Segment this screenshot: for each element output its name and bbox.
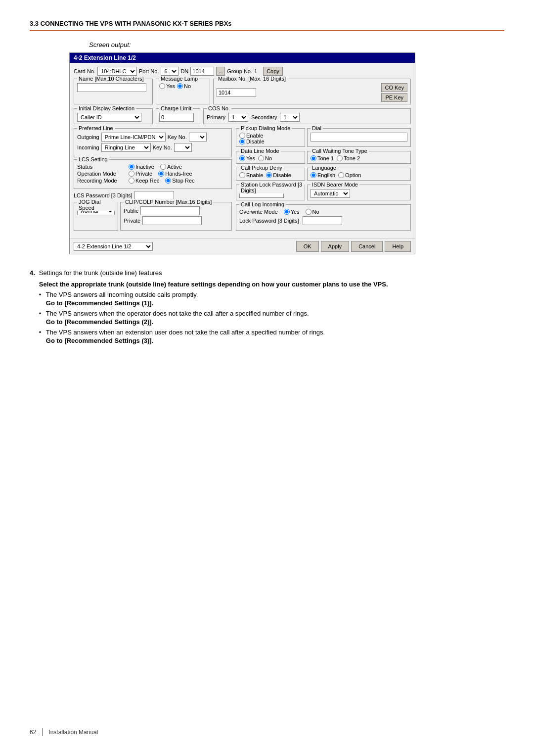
recording-mode-label: Recording Mode <box>77 178 127 184</box>
pickup-enable-radio[interactable]: Enable <box>239 133 302 139</box>
step4-number: 4. <box>30 269 35 347</box>
english-radio[interactable]: English <box>311 172 335 178</box>
outgoing-label: Outgoing <box>77 134 99 140</box>
pickup-dial-row: Pickup Dialing Mode Enable Disable <box>236 128 411 149</box>
isdn-bearer-select[interactable]: Automatic <box>311 189 350 198</box>
ok-button[interactable]: OK <box>296 241 319 252</box>
left-column: Preferred Line Outgoing Prime Line-ICM/P… <box>74 128 232 235</box>
data-no-radio[interactable]: No <box>258 155 272 161</box>
dial-title: Dial <box>311 125 323 131</box>
key-no1-select[interactable] <box>189 133 207 142</box>
charge-limit-title: Charge Limit <box>159 105 193 111</box>
keep-rec-radio[interactable]: Keep Rec <box>129 178 159 184</box>
co-key-button[interactable]: CO Key <box>381 83 407 92</box>
page-number: 62 <box>30 729 36 736</box>
bullet-1: The VPS answers all incoming outside cal… <box>39 291 388 307</box>
key-no2-select[interactable] <box>174 143 192 152</box>
pickup-disable-radio[interactable]: Disable <box>239 139 302 144</box>
op-mode-label: Operation Mode <box>77 171 127 177</box>
active-radio[interactable]: Active <box>160 164 182 170</box>
footer-dropdown[interactable]: 4-2 Extension Line 1/2 <box>74 242 153 251</box>
incoming-label: Incoming <box>77 144 99 150</box>
tone2-radio[interactable]: Tone 2 <box>337 155 360 161</box>
incoming-select[interactable]: Ringing Line <box>101 143 151 152</box>
private-radio[interactable]: Private <box>129 171 152 177</box>
name-input[interactable] <box>77 83 146 92</box>
data-call-waiting-row: Data Line Mode Yes No <box>236 151 411 166</box>
name-group: Name [Max.10 Characters] <box>74 79 153 104</box>
initial-display-title: Initial Display Selection <box>77 105 136 111</box>
public-label: Public <box>124 208 138 214</box>
data-yes-radio[interactable]: Yes <box>239 155 255 161</box>
secondary-select[interactable]: 1 <box>280 113 300 122</box>
card-no-label: Card No. <box>74 68 95 74</box>
outgoing-select[interactable]: Prime Line-ICM/PDN <box>101 133 166 142</box>
data-line-title: Data Line Mode <box>239 148 281 154</box>
msg-lamp-title: Message Lamp <box>159 76 199 82</box>
group-no-label: Group No. <box>227 68 252 74</box>
bullet-2: The VPS answers when the operator does n… <box>39 310 388 326</box>
pickup-language-row: Call Pickup Deny Enable Disable <box>236 168 411 183</box>
cp-enable-radio[interactable]: Enable <box>239 172 263 178</box>
option-radio[interactable]: Option <box>338 172 361 178</box>
call-log-group: Call Log Incoming Overwrite Mode Yes No <box>236 204 411 231</box>
inactive-radio[interactable]: Inactive <box>129 164 154 170</box>
bullet-1-text: The VPS answers all incoming outside cal… <box>46 291 198 298</box>
dn-input[interactable] <box>190 67 214 76</box>
language-group: Language English Option <box>307 168 411 181</box>
primary-select[interactable]: 1 <box>228 113 248 122</box>
caller-id-select[interactable]: Caller ID <box>77 113 141 122</box>
section-heading: 3.3 CONNECTING THE VPS WITH PANASONIC KX… <box>30 20 504 31</box>
station-lock-group: Station Lock Password [3 Digits] <box>236 185 305 200</box>
step4-bold: Select the appropriate trunk (outside li… <box>39 281 388 288</box>
hands-free-radio[interactable]: Hands-free <box>158 171 192 177</box>
card-no-select[interactable]: 104:DHLC <box>97 67 137 76</box>
dial-input[interactable] <box>311 133 407 142</box>
pe-key-button[interactable]: PE Key <box>381 93 407 102</box>
help-button[interactable]: Help <box>385 241 411 252</box>
stop-rec-radio[interactable]: Stop Rec <box>165 178 194 184</box>
jog-dial-title: JOG Dial Speed <box>77 199 118 211</box>
private-clip-label: Private <box>124 218 140 224</box>
charge-limit-input[interactable] <box>159 113 194 122</box>
manual-type: Installation Manual <box>48 729 98 736</box>
language-title: Language <box>311 165 338 171</box>
overwrite-no-radio[interactable]: No <box>306 209 319 215</box>
msg-yes-radio[interactable]: Yes <box>159 83 175 89</box>
overwrite-yes-radio[interactable]: Yes <box>284 209 300 215</box>
apply-button[interactable]: Apply <box>321 241 350 252</box>
copy-button[interactable]: Copy <box>263 67 283 76</box>
pickup-dialing-group: Pickup Dialing Mode Enable Disable <box>236 128 305 147</box>
isdn-bearer-title: ISDN Bearer Mode <box>311 182 359 188</box>
cp-disable-radio[interactable]: Disable <box>266 172 291 178</box>
station-lock-title: Station Lock Password [3 Digits] <box>239 182 305 193</box>
cancel-button[interactable]: Cancel <box>351 241 383 252</box>
status-label: Status <box>77 164 127 170</box>
port-no-select[interactable]: 6 <box>161 67 178 76</box>
msg-no-radio[interactable]: No <box>177 83 191 89</box>
dialog-window: 4-2 Extension Line 1/2 Card No. 104:DHLC… <box>69 52 415 254</box>
lock-password-input[interactable] <box>303 216 342 225</box>
clip-colp-group: CLIP/COLP Number [Max.16 Digits] Public … <box>120 202 232 231</box>
name-group-title: Name [Max.10 Characters] <box>77 76 145 82</box>
data-line-group: Data Line Mode Yes No <box>236 151 305 164</box>
initial-display-group: Initial Display Selection Caller ID <box>74 108 153 124</box>
dn-dots-button[interactable]: ... <box>216 67 225 76</box>
cos-title: COS No. <box>207 105 231 111</box>
screen-output-label: Screen output: <box>89 41 504 48</box>
lcs-password-label: LCS Password [3 Digits] <box>74 192 133 198</box>
footer-right: OK Apply Cancel Help <box>296 241 411 252</box>
tone1-radio[interactable]: Tone 1 <box>311 155 334 161</box>
call-waiting-group: Call Waiting Tone Type Tone 1 Tone 2 <box>307 151 411 164</box>
dn-label: DN <box>180 68 188 74</box>
footer-left: 4-2 Extension Line 1/2 <box>74 242 153 251</box>
mailbox-input[interactable] <box>217 88 256 97</box>
preferred-line-group: Preferred Line Outgoing Prime Line-ICM/P… <box>74 128 232 157</box>
private-clip-input[interactable] <box>142 216 202 225</box>
group-no-value: 1 <box>254 68 257 74</box>
call-pickup-title: Call Pickup Deny <box>239 165 284 171</box>
page-footer: 62 Installation Manual <box>30 728 504 736</box>
isdn-bearer-group: ISDN Bearer Mode Automatic <box>307 185 411 200</box>
public-input[interactable] <box>140 206 200 215</box>
primary-label: Primary <box>207 114 225 120</box>
